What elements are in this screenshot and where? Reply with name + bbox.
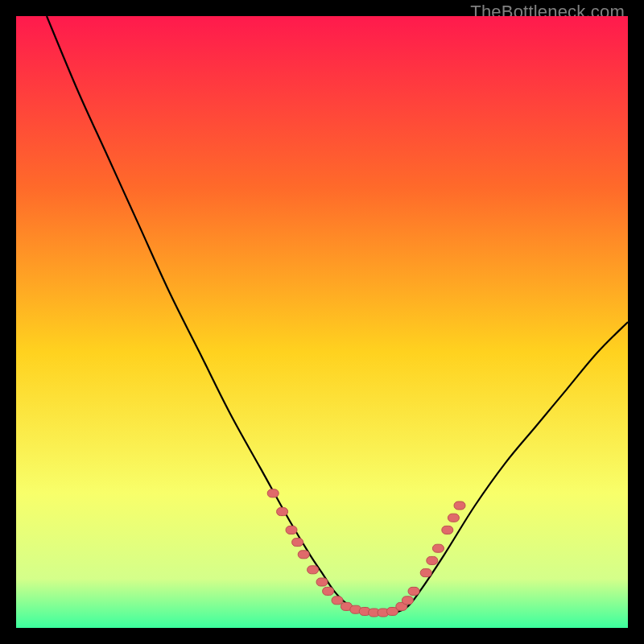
- data-marker: [298, 551, 309, 559]
- data-marker: [316, 578, 328, 586]
- bottleneck-chart: [16, 16, 628, 628]
- data-marker: [408, 587, 419, 595]
- data-marker: [448, 514, 459, 522]
- data-marker: [427, 556, 438, 564]
- data-marker: [402, 597, 413, 605]
- data-marker: [420, 569, 431, 577]
- gradient-background: [16, 16, 628, 628]
- data-marker: [442, 526, 453, 534]
- data-marker: [292, 539, 303, 547]
- data-marker: [332, 597, 343, 605]
- data-marker: [323, 587, 334, 595]
- data-marker: [308, 566, 319, 574]
- data-marker: [286, 526, 297, 534]
- data-marker: [267, 489, 279, 497]
- data-marker: [432, 544, 444, 552]
- data-marker: [454, 502, 465, 510]
- chart-frame: [16, 16, 628, 628]
- data-marker: [277, 508, 288, 516]
